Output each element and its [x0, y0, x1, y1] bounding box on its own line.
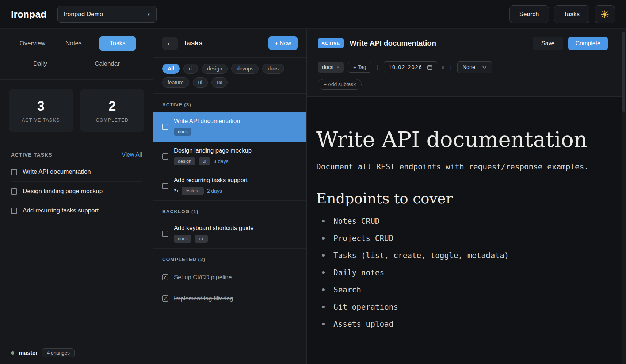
stat-label: ACTIVE TASKS [22, 118, 60, 123]
sidebar-item-notes[interactable]: Notes [63, 37, 84, 50]
tasks-panel-header: ← Tasks + New [153, 29, 306, 58]
task-row[interactable]: Add keyboard shortcuts guide docs ux [153, 219, 306, 249]
list-item[interactable]: Write API documentation [11, 162, 142, 182]
tag-chip[interactable]: docs [174, 235, 191, 243]
sidebar-spacer [0, 220, 153, 342]
tag-chip[interactable]: feature [182, 187, 204, 195]
active-tasks-section: ACTIVE TASKS View All Write API document… [0, 142, 153, 220]
section-header-completed: COMPLETED (2) [153, 249, 306, 267]
task-checkbox[interactable] [11, 169, 17, 175]
complete-button[interactable]: Complete [568, 37, 608, 50]
sidebar-item-daily[interactable]: Daily [31, 57, 49, 70]
task-checkbox[interactable] [11, 188, 17, 195]
chevron-down-icon [482, 66, 486, 69]
due-date-input[interactable]: 10.02.2026 [384, 61, 437, 73]
list-item: Tasks (list, create, toggle, metadata) [316, 251, 600, 260]
list-item-label: Write API documentation [23, 168, 91, 176]
filter-chip-ci[interactable]: ci [183, 64, 198, 74]
clear-date-button[interactable]: × [442, 64, 445, 70]
task-checkbox-checked[interactable] [162, 274, 168, 280]
filter-chip-docs[interactable]: docs [262, 64, 284, 74]
task-row[interactable]: Design landing page mockup design ui 3 d… [153, 142, 306, 171]
add-tag-button[interactable]: + Tag [348, 62, 371, 73]
save-button[interactable]: Save [533, 37, 563, 50]
back-button[interactable]: ← [162, 37, 178, 50]
tag-chip[interactable]: ux [195, 235, 207, 243]
stat-label: COMPLETED [96, 118, 129, 123]
task-checkbox[interactable] [162, 183, 168, 189]
toolbar-divider: | [450, 64, 451, 70]
priority-select[interactable]: None [457, 61, 492, 73]
filter-chip-all[interactable]: All [162, 64, 180, 74]
task-checkbox[interactable] [162, 153, 168, 160]
stat-card-completed: 2 COMPLETED [80, 89, 145, 132]
panel-title: Tasks [183, 39, 202, 47]
bullet-text: Assets upload [333, 320, 393, 329]
bullet-text: Projects CRUD [333, 234, 393, 243]
remove-tag-button[interactable]: × [337, 65, 340, 70]
filter-chip-ux[interactable]: ux [211, 77, 228, 88]
list-item: Search [316, 286, 600, 294]
tag-chip[interactable]: design [174, 157, 195, 165]
task-title: Implement tag filtering [174, 295, 233, 302]
task-row-selected[interactable]: Write API documentation docs [153, 112, 306, 142]
task-checkbox[interactable] [11, 208, 17, 214]
task-row-completed[interactable]: Implement tag filtering [153, 288, 306, 309]
overflow-menu-button[interactable]: ··· [133, 349, 142, 357]
task-meta: docs [174, 128, 240, 136]
app-window: Ironpad Ironpad Demo ▼ Search Tasks [0, 0, 626, 364]
tasks-button[interactable]: Tasks [554, 5, 589, 23]
list-item: Assets upload [316, 320, 600, 329]
view-all-link[interactable]: View All [122, 152, 142, 158]
sidebar-nav: Overview Notes Tasks Daily Calendar [0, 29, 153, 80]
bullet-icon [322, 288, 325, 291]
task-row[interactable]: Add recurring tasks support ↻ feature 2 … [153, 171, 306, 201]
main-layout: Overview Notes Tasks Daily Calendar 3 AC… [0, 29, 626, 364]
toolbar-divider: | [377, 64, 378, 70]
subtask-row: + Add subtask [307, 76, 626, 96]
detail-actions: Save Complete [533, 37, 608, 50]
detail-header: ACTIVE Write API documentation Save Comp… [307, 29, 626, 58]
sidebar-item-calendar[interactable]: Calendar [92, 57, 122, 70]
branch-status-icon [11, 351, 14, 355]
task-title: Add recurring tasks support [174, 177, 248, 184]
task-checkbox[interactable] [162, 124, 168, 130]
recurring-icon: ↻ [174, 188, 178, 194]
stat-value: 3 [37, 99, 45, 114]
new-task-button[interactable]: + New [268, 36, 298, 50]
task-meta: docs ux [174, 235, 253, 243]
project-selector[interactable]: Ironpad Demo ▼ [57, 6, 157, 23]
detail-panel: ACTIVE Write API documentation Save Comp… [307, 29, 626, 364]
task-row-completed[interactable]: Set up CI/CD pipeline [153, 267, 306, 288]
sidebar-footer: master 4 changes ··· [0, 342, 153, 364]
search-button[interactable]: Search [509, 5, 549, 23]
tag-filter-bar: All ci design devops docs feature ui ux [153, 58, 306, 94]
list-item[interactable]: Add recurring tasks support [11, 201, 142, 220]
add-subtask-button[interactable]: + Add subtask [318, 79, 362, 90]
list-item: Daily notes [316, 268, 600, 277]
filter-chip-feature[interactable]: feature [162, 77, 189, 88]
list-item-label: Add recurring tasks support [23, 207, 99, 214]
stat-value: 2 [108, 99, 116, 114]
list-item[interactable]: Design landing page mockup [11, 182, 142, 201]
tag-chip-docs[interactable]: docs × [318, 62, 344, 73]
task-content: Add recurring tasks support ↻ feature 2 … [174, 177, 248, 195]
changes-badge[interactable]: 4 changes [42, 348, 74, 357]
filter-chip-ui[interactable]: ui [193, 77, 208, 88]
tag-chip[interactable]: docs [174, 128, 191, 136]
document-preview: Write API documentation Document all RES… [307, 96, 626, 364]
filter-chip-design[interactable]: design [202, 64, 228, 74]
theme-toggle-button[interactable] [595, 5, 615, 23]
list-item-label: Design landing page mockup [23, 188, 103, 195]
priority-value: None [463, 64, 476, 70]
scrollbar-thumb[interactable] [622, 32, 625, 112]
sidebar-item-overview[interactable]: Overview [17, 37, 47, 50]
sidebar-item-tasks[interactable]: Tasks [99, 36, 135, 51]
tag-chip[interactable]: ui [199, 157, 210, 165]
scrollbar[interactable] [622, 29, 626, 364]
bullet-text: Daily notes [333, 268, 384, 277]
task-content: Implement tag filtering [174, 295, 233, 302]
filter-chip-devops[interactable]: devops [231, 64, 259, 74]
task-checkbox-checked[interactable] [162, 295, 168, 302]
task-checkbox[interactable] [162, 231, 168, 237]
